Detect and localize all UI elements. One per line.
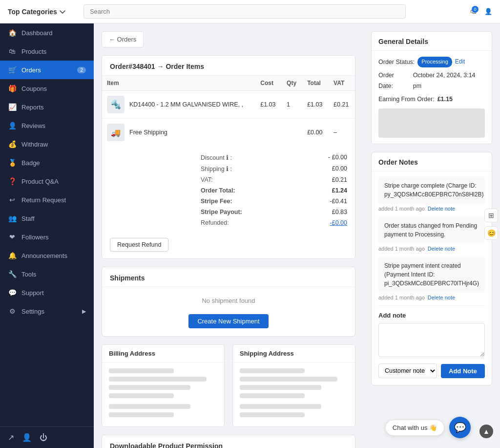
sidebar-item-staff[interactable]: 👥 Staff	[0, 209, 94, 228]
sidebar-item-product-qa[interactable]: ❓ Product Q&A	[0, 172, 94, 191]
col-item: Item	[102, 76, 255, 91]
sidebar-item-label: Orders	[21, 66, 41, 74]
sidebar-item-label: Withdraw	[21, 141, 48, 148]
sidebar-item-settings[interactable]: ⚙ Settings ▶	[0, 302, 94, 320]
sidebar-item-reviews[interactable]: 👤 Reviews	[0, 116, 94, 135]
no-shipment-text: No shipment found	[102, 287, 355, 314]
settings-icon: ⚙	[8, 307, 17, 316]
shipments-title: Shipments	[102, 267, 355, 287]
note-timestamp: added 1 month ago	[378, 246, 425, 252]
sidebar-item-label: Reports	[21, 104, 44, 111]
sidebar-item-label: Followers	[21, 234, 49, 241]
sidebar-item-announcements[interactable]: 🔔 Announcements	[0, 246, 94, 265]
vat-row: VAT: £0.21	[201, 174, 347, 185]
address-line	[109, 377, 207, 382]
cart-icon-button[interactable]: 🛍 0	[470, 8, 477, 15]
badge-icon: 🏅	[8, 158, 17, 167]
add-note-button[interactable]: Add Note	[441, 364, 485, 378]
add-note-textarea[interactable]	[378, 323, 485, 357]
search-input[interactable]	[83, 4, 406, 19]
col-vat: VAT	[329, 76, 355, 91]
order-date-val: October 24, 2024, 3:14 pm	[413, 70, 485, 92]
top-categories-dropdown[interactable]: Top Categories	[8, 8, 66, 16]
scroll-to-top-button[interactable]: ▲	[479, 425, 493, 438]
shipping-icon: 🚚	[107, 124, 125, 141]
back-to-orders-link[interactable]: ← Orders	[102, 31, 144, 47]
sidebar: 🏠 Dashboard 🛍 Products 🛒 Orders 2 🎁 Coup…	[0, 23, 94, 448]
billing-address-title: Billing Address	[102, 345, 224, 363]
sidebar-item-withdraw[interactable]: 💰 Withdraw	[0, 135, 94, 153]
shipments-card: Shipments No shipment found Create New S…	[102, 267, 355, 337]
item-cell: 🚚 Free Shipping	[102, 119, 255, 147]
shipping-name: Free Shipping	[129, 129, 167, 136]
general-details-card: General Details Order Status: Processing…	[371, 31, 492, 144]
item-cell: 🔩 KD14400 - 1.2 MM GALVANISED WIRE, ,	[102, 91, 255, 119]
chat-button[interactable]: 💬	[449, 417, 471, 438]
sidebar-item-reports[interactable]: 📈 Reports	[0, 98, 94, 116]
note-timestamp: added 1 month ago	[378, 206, 425, 212]
delete-note-link[interactable]: Delete note	[428, 295, 455, 300]
general-details-body: Order Status: Processing Edit Order Date…	[372, 51, 492, 144]
address-line	[240, 393, 305, 398]
sidebar-item-products[interactable]: 🛍 Products	[0, 42, 94, 61]
address-line	[109, 393, 174, 398]
order-status-label: Order Status:	[378, 57, 415, 68]
sidebar-item-label: Support	[21, 289, 44, 297]
sidebar-item-dashboard[interactable]: 🏠 Dashboard	[0, 23, 94, 42]
earning-val: £1.15	[438, 94, 453, 105]
sidebar-item-label: Dashboard	[21, 29, 53, 37]
orders-icon: 🛒	[8, 65, 17, 74]
note-text: Order status changed from Pending paymen…	[384, 222, 477, 238]
sidebar-item-support[interactable]: 💬 Support	[0, 283, 94, 302]
cost-cell	[255, 119, 282, 147]
sidebar-item-orders[interactable]: 🛒 Orders 2	[0, 61, 94, 79]
sidebar-item-label: Announcements	[21, 252, 67, 259]
sidebar-item-coupons[interactable]: 🎁 Coupons	[0, 79, 94, 98]
sidebar-item-label: Tools	[21, 271, 36, 278]
sidebar-item-return-request[interactable]: ↩ Return Request	[0, 191, 94, 209]
cart-badge: 0	[472, 6, 479, 13]
chat-bubble[interactable]: Chat with us 👋	[385, 420, 444, 436]
note-type-select[interactable]: Customer note Private note	[378, 363, 437, 378]
staff-icon: 👥	[8, 214, 17, 223]
apps-icon[interactable]: ⊞	[484, 209, 498, 222]
user-account-icon[interactable]: 👤	[484, 8, 492, 15]
user-icon[interactable]: 👤	[22, 433, 32, 442]
stripe-payout-row: Stripe Payout: £0.83	[201, 207, 347, 217]
billing-address-body	[102, 363, 224, 427]
stripe-fee-row: Stripe Fee: -£0.41	[201, 196, 347, 207]
refunded-val: -£0.00	[330, 219, 347, 226]
note-item: Order status changed from Pending paymen…	[378, 216, 485, 244]
reports-icon: 📈	[8, 103, 17, 111]
topbar-title-text: Top Categories	[8, 8, 57, 16]
sidebar-item-badge[interactable]: 🏅 Badge	[0, 153, 94, 172]
orders-count-badge: 2	[77, 67, 86, 73]
stripe-fee-label: Stripe Fee:	[201, 198, 232, 205]
product-name: KD14400 - 1.2 MM GALVANISED WIRE, ,	[129, 101, 243, 108]
delete-note-link[interactable]: Delete note	[428, 246, 455, 252]
external-link-icon[interactable]: ↗	[8, 433, 14, 442]
note-item: Stripe charge complete (Charge ID: py_3Q…	[378, 176, 485, 204]
add-note-title: Add note	[372, 306, 492, 323]
refunded-label: Refunded:	[201, 219, 229, 226]
address-line	[109, 368, 174, 373]
right-panel: General Details Order Status: Processing…	[363, 23, 500, 448]
note-timestamp: added 1 month ago	[378, 295, 425, 300]
dashboard-icon: 🏠	[8, 28, 17, 37]
address-line	[240, 368, 305, 373]
vat-label: VAT:	[201, 176, 213, 183]
col-cost: Cost	[255, 76, 282, 91]
sidebar-item-followers[interactable]: ❤ Followers	[0, 228, 94, 246]
stripe-payout-label: Stripe Payout:	[201, 209, 242, 215]
edit-status-link[interactable]: Edit	[455, 57, 465, 67]
topbar-icons: 🛍 0 👤	[470, 8, 492, 15]
sidebar-item-tools[interactable]: 🔧 Tools	[0, 265, 94, 283]
product-image: 🔩	[107, 96, 125, 113]
request-refund-button[interactable]: Request Refund	[110, 238, 168, 252]
order-items-card: Order#348401 → Order Items Item Cost Qty…	[102, 55, 355, 259]
create-shipment-button[interactable]: Create New Shipment	[188, 314, 268, 328]
smiley-icon[interactable]: 😊	[484, 226, 498, 240]
reviews-icon: 👤	[8, 121, 17, 130]
power-icon[interactable]: ⏻	[40, 433, 47, 442]
delete-note-link[interactable]: Delete note	[428, 206, 455, 212]
